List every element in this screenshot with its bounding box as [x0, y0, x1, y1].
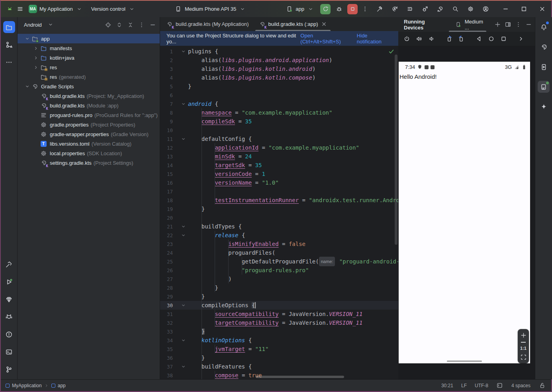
code-line-20[interactable]: 20 — [160, 213, 398, 222]
code-line-30[interactable]: 30 compileOptions { — [160, 301, 398, 310]
code-line-33[interactable]: 33 } — [160, 327, 398, 336]
editor-vertical-scrollbar[interactable] — [395, 55, 397, 245]
run-config-selector[interactable]: app — [285, 5, 315, 13]
tree-item-gradle-properties[interactable]: gradle.properties(Project Properties) — [18, 120, 160, 129]
fold-chevron-icon[interactable] — [179, 233, 187, 238]
hide-panel-icon[interactable] — [149, 21, 157, 29]
volume-up-icon[interactable] — [415, 35, 423, 43]
code-line-35[interactable]: 35 jvmTarget = "11" — [160, 345, 398, 353]
zoom-in-icon[interactable] — [520, 332, 527, 339]
more-options-icon[interactable] — [514, 21, 522, 29]
code-line-11[interactable]: 11 defaultConfig { — [160, 135, 398, 143]
code-line-12[interactable]: 12 applicationId = "com.example.myapplic… — [160, 143, 398, 152]
select-opened-file-icon[interactable] — [104, 21, 112, 29]
code-line-15[interactable]: 15 versionCode = 1 — [160, 170, 398, 178]
volume-down-icon[interactable] — [427, 35, 436, 43]
code-line-31[interactable]: 31 sourceCompatibility = JavaVersion.VER… — [160, 310, 398, 318]
tool-strip-more-tools[interactable] — [3, 56, 15, 68]
maximize-icon[interactable] — [515, 1, 533, 17]
code-line-3[interactable]: 3 alias(libs.plugins.kotlin.android) — [160, 64, 398, 73]
fold-chevron-icon[interactable] — [179, 303, 187, 308]
breadcrumb-project[interactable]: MyApplication — [12, 383, 42, 388]
code-line-14[interactable]: 14 targetSdk = 35 — [160, 161, 398, 170]
tree-item-gradle-scripts[interactable]: Gradle Scripts — [18, 82, 160, 91]
tool-strip-notifications-bell[interactable] — [538, 21, 550, 33]
chevron-down-icon[interactable] — [23, 36, 31, 41]
code-line-29[interactable]: 29 } — [160, 292, 398, 301]
lock-open-icon[interactable] — [538, 382, 546, 389]
code-line-28[interactable]: 28 } — [160, 283, 398, 292]
tool-strip-app-quality-insights[interactable] — [3, 293, 15, 305]
code-line-22[interactable]: 22 release { — [160, 231, 398, 240]
more-actions-icon[interactable] — [361, 5, 369, 13]
tree-item-libs-versions-toml[interactable]: Tlibs.versions.toml(Version Catalog) — [18, 139, 160, 148]
tree-item-gradle-wrapper-properties[interactable]: gradle-wrapper.properties(Gradle Version… — [18, 129, 160, 139]
power-icon[interactable] — [402, 35, 411, 43]
tool-strip-build-hammer[interactable] — [3, 258, 15, 270]
code-line-17[interactable]: 17 — [160, 187, 398, 196]
more-chevron-icon[interactable] — [517, 35, 525, 43]
editor-tab-1[interactable]: Kbuild.gradle.kts (:app) — [254, 17, 332, 31]
zoom-reset-button[interactable]: 1:1 — [520, 346, 527, 351]
editor-tab-0[interactable]: Kbuild.gradle.kts (My Application) — [161, 17, 254, 31]
hide-notification-link[interactable]: Hide notification — [357, 33, 391, 45]
chevron-down-icon[interactable] — [23, 84, 31, 89]
gradle-sync-icon[interactable] — [436, 5, 444, 14]
tree-item-res[interactable]: res(generated) — [18, 72, 160, 82]
code-line-24[interactable]: 24 proguardFiles( — [160, 248, 398, 257]
notification-open-link[interactable]: Open (Ctrl+Alt+Shift+S) — [300, 33, 351, 45]
tree-item-local-properties[interactable]: local.properties(SDK Location) — [18, 148, 160, 158]
tree-item-settings-gradle-kts[interactable]: Ksettings.gradle.kts(Project Settings) — [18, 158, 160, 168]
chevron-right-icon[interactable] — [32, 65, 40, 70]
hide-panel-icon[interactable] — [525, 21, 532, 29]
project-view-selector[interactable]: Android — [24, 22, 42, 28]
apply-changes-icon[interactable] — [390, 5, 399, 14]
rotate-right-icon[interactable] — [457, 35, 466, 43]
code-line-16[interactable]: 16 versionName = "1.0" — [160, 178, 398, 187]
code-line-13[interactable]: 13 minSdk = 24 — [160, 152, 398, 161]
code-line-4[interactable]: 4 alias(libs.plugins.kotlin.compose) — [160, 73, 398, 82]
fold-chevron-icon[interactable] — [179, 101, 187, 107]
window-layout-icon[interactable] — [504, 21, 512, 29]
search-icon[interactable] — [451, 5, 460, 14]
breadcrumb-module[interactable]: app — [58, 383, 66, 388]
tool-strip-device-manager[interactable] — [538, 61, 550, 73]
code-line-23[interactable]: 23 isMinifyEnabled = false — [160, 240, 398, 248]
vcs-widget[interactable]: Version control — [91, 5, 136, 13]
fold-chevron-icon[interactable] — [179, 137, 187, 142]
fold-chevron-icon[interactable] — [179, 224, 187, 229]
fold-chevron-icon[interactable] — [179, 49, 187, 54]
code-line-10[interactable]: 10 — [160, 126, 398, 135]
code-line-18[interactable]: 18 testInstrumentationRunner = "androidx… — [160, 196, 398, 205]
stop-button[interactable] — [347, 4, 358, 14]
minimize-icon[interactable] — [496, 1, 515, 17]
tool-strip-gemini-star[interactable] — [538, 101, 550, 113]
indent-widget[interactable]: 4 spaces — [511, 383, 530, 388]
code-line-37[interactable]: 37 buildFeatures { — [160, 362, 398, 371]
tool-strip-running-devices[interactable] — [538, 81, 550, 93]
editor-info-icon[interactable] — [496, 382, 503, 389]
fit-screen-icon[interactable] — [520, 354, 527, 361]
tool-strip-terminal[interactable] — [3, 346, 15, 358]
encoding-widget[interactable]: UTF-8 — [475, 383, 488, 388]
code-line-26[interactable]: 26 "proguard-rules.pro" — [160, 266, 398, 275]
code-line-27[interactable]: 27 ) — [160, 275, 398, 283]
line-separator-widget[interactable]: LF — [461, 383, 467, 388]
emulator-screen[interactable]: 7:34 3G Hello Android! — [399, 62, 530, 363]
chevron-right-icon[interactable] — [32, 46, 40, 51]
rotate-left-icon[interactable] — [444, 35, 453, 43]
home-icon[interactable] — [487, 35, 495, 43]
chevron-right-icon[interactable] — [32, 55, 40, 60]
tree-item-build-gradle-kts[interactable]: Kbuild.gradle.kts(Project: My_Applicatio… — [18, 91, 160, 101]
main-menu-icon[interactable] — [16, 5, 24, 13]
collapse-all-icon[interactable] — [126, 21, 134, 29]
more-options-icon[interactable] — [137, 21, 145, 29]
code-line-34[interactable]: 34 kotlinOptions { — [160, 336, 398, 345]
editor-horizontal-scrollbar[interactable] — [256, 376, 344, 378]
inspection-ok-icon[interactable] — [387, 47, 395, 55]
device-tab[interactable]: Medium ... — [449, 17, 486, 32]
code-line-32[interactable]: 32 targetCompatibility = JavaVersion.VER… — [160, 318, 398, 327]
tree-item-kotlin-java[interactable]: kotlin+java — [18, 53, 160, 62]
debug-button[interactable] — [334, 4, 344, 14]
apply-code-changes-icon[interactable] — [405, 5, 414, 14]
